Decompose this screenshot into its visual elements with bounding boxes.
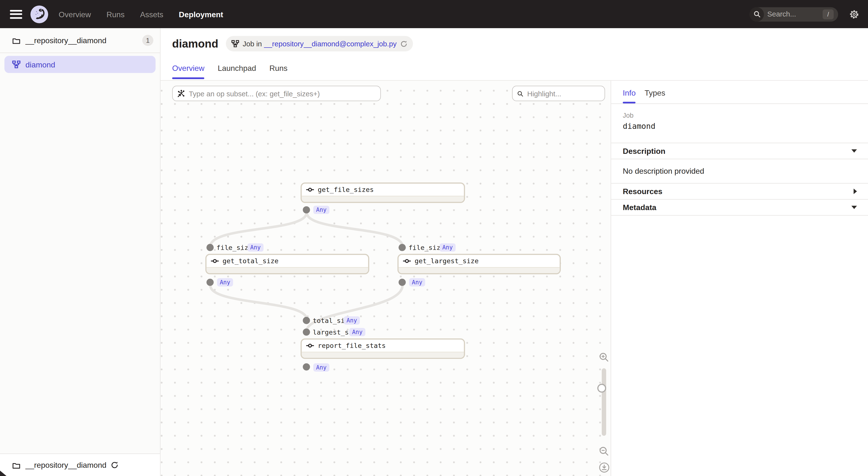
section-description[interactable]: Description xyxy=(611,143,868,159)
repository-name: __repository__diamond xyxy=(26,36,142,45)
nav-assets[interactable]: Assets xyxy=(140,10,163,19)
sidebar-footer: __repository__diamond xyxy=(0,453,160,476)
search-icon xyxy=(517,90,523,97)
zoom-slider-thumb[interactable] xyxy=(597,384,606,393)
output-port xyxy=(303,206,310,213)
chevron-right-icon[interactable] xyxy=(854,189,857,194)
highlight-input[interactable] xyxy=(527,89,600,98)
type-badge[interactable]: Any xyxy=(313,364,329,372)
job-header: diamond Job in __repository__diamond@com… xyxy=(160,28,868,81)
dagster-logo-icon[interactable] xyxy=(30,5,49,23)
type-badge[interactable]: Any xyxy=(313,206,329,214)
op-node-body xyxy=(302,352,464,358)
tab-overview[interactable]: Overview xyxy=(172,64,205,79)
tab-info[interactable]: Info xyxy=(623,89,636,104)
job-tabs: Overview Launchpad Runs xyxy=(172,64,287,79)
settings-gear-icon[interactable] xyxy=(849,9,859,19)
output-port xyxy=(207,279,214,286)
folder-icon xyxy=(12,462,21,469)
op-node-get_file_sizes[interactable]: get_file_sizes xyxy=(301,182,465,203)
download-image-icon[interactable] xyxy=(599,463,609,473)
search-icon xyxy=(749,7,764,21)
zoom-out-icon[interactable] xyxy=(599,446,609,456)
section-title: Metadata xyxy=(623,203,656,212)
tab-launchpad[interactable]: Launchpad xyxy=(218,64,256,79)
type-badge[interactable]: Any xyxy=(247,243,264,251)
repository-link[interactable]: __repository__diamond@complex_job.py xyxy=(264,39,397,48)
info-panel: Info Types Job diamond Description No de… xyxy=(611,81,868,476)
op-subset-input[interactable] xyxy=(189,89,376,98)
op-icon xyxy=(306,187,314,193)
op-icon xyxy=(306,343,314,348)
op-name: report_file_stats xyxy=(318,342,386,350)
job-info-block: Job diamond xyxy=(611,104,868,143)
op-node-report_file_stats[interactable]: report_file_stats xyxy=(301,338,465,359)
input-port xyxy=(399,244,406,251)
hamburger-menu-icon[interactable] xyxy=(10,10,22,19)
global-search[interactable]: / xyxy=(749,7,838,21)
type-badge[interactable]: Any xyxy=(344,316,360,325)
chevron-down-icon[interactable] xyxy=(851,206,857,209)
highlight-filter[interactable] xyxy=(512,86,605,101)
job-label: Job xyxy=(623,112,856,120)
nav-runs[interactable]: Runs xyxy=(106,10,125,19)
op-icon xyxy=(403,258,411,264)
type-badge[interactable]: Any xyxy=(440,243,456,251)
sidebar-item-label: diamond xyxy=(26,60,55,69)
zoom-slider-track[interactable] xyxy=(602,368,606,436)
job-graph-icon xyxy=(232,40,240,47)
reload-repository-icon[interactable] xyxy=(111,461,119,469)
search-shortcut-badge: / xyxy=(823,9,834,19)
op-icon xyxy=(211,258,219,264)
tab-runs[interactable]: Runs xyxy=(269,64,287,79)
description-content: No description provided xyxy=(611,159,868,183)
primary-nav: Overview Runs Assets Deployment xyxy=(59,10,223,19)
op-node-get_largest_size[interactable]: get_largest_size xyxy=(398,254,561,274)
op-name: get_file_sizes xyxy=(318,186,374,194)
job-graph-icon xyxy=(12,60,21,68)
job-origin-prefix: Job in xyxy=(243,39,262,48)
refresh-icon[interactable] xyxy=(401,40,408,47)
search-input[interactable] xyxy=(767,10,818,18)
op-subset-filter[interactable] xyxy=(172,86,381,101)
op-node-get_total_size[interactable]: get_total_size xyxy=(206,254,369,274)
section-resources[interactable]: Resources xyxy=(611,184,868,200)
op-name: get_total_size xyxy=(222,257,279,265)
chevron-down-icon[interactable] xyxy=(851,149,857,152)
type-badge[interactable]: Any xyxy=(217,278,233,286)
nav-overview[interactable]: Overview xyxy=(59,10,91,19)
op-node-body xyxy=(207,267,368,273)
section-title: Resources xyxy=(623,187,662,196)
zoom-in-icon[interactable] xyxy=(599,352,609,362)
footer-repository-name: __repository__diamond xyxy=(26,461,106,470)
section-metadata[interactable]: Metadata xyxy=(611,200,868,216)
op-node-body xyxy=(302,196,464,202)
op-name: get_largest_size xyxy=(414,257,478,265)
input-port xyxy=(207,244,214,251)
repository-row[interactable]: __repository__diamond 1 xyxy=(0,28,160,53)
nav-deployment[interactable]: Deployment xyxy=(179,10,223,19)
output-port xyxy=(303,364,310,371)
app-window: Overview Runs Assets Deployment / __re xyxy=(0,0,868,476)
sidebar-collapse-handle[interactable] xyxy=(0,471,6,476)
top-nav-bar: Overview Runs Assets Deployment / xyxy=(0,0,868,28)
tab-types[interactable]: Types xyxy=(645,89,665,104)
type-badge[interactable]: Any xyxy=(409,278,425,286)
page-title: diamond xyxy=(172,37,218,50)
job-origin-pill: Job in __repository__diamond@complex_job… xyxy=(226,36,413,52)
op-selector-icon xyxy=(177,89,185,98)
section-title: Description xyxy=(623,146,665,155)
input-port xyxy=(303,317,310,324)
type-badge[interactable]: Any xyxy=(349,328,365,336)
job-count-badge: 1 xyxy=(142,35,154,46)
op-graph-canvas[interactable]: get_file_sizes Any file_sizes Any get_to… xyxy=(160,81,611,476)
output-port xyxy=(399,279,406,286)
left-sidebar: __repository__diamond 1 diamond __reposi… xyxy=(0,28,160,476)
input-port xyxy=(303,329,310,336)
info-panel-tabs: Info Types xyxy=(611,81,868,104)
job-name-value: diamond xyxy=(623,122,856,130)
sidebar-item-diamond[interactable]: diamond xyxy=(4,56,155,73)
folder-icon xyxy=(12,37,21,44)
op-node-body xyxy=(399,267,560,273)
